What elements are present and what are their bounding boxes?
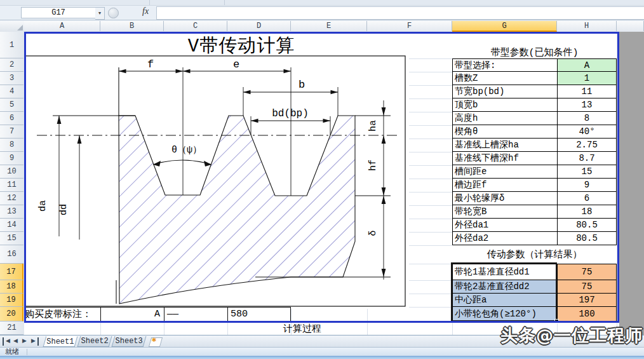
row-header-20[interactable]: 20 [0,307,23,322]
purchase-belt-type-cell[interactable]: A [100,307,164,322]
name-box[interactable]: G17 [21,7,96,18]
param-label-cell[interactable]: 顶宽b [452,98,557,112]
result-label-cell[interactable]: 中心距a [452,294,557,307]
result-value-cell[interactable]: 180 [557,307,617,322]
row-header-12[interactable]: 12 [0,192,23,205]
param-value-cell[interactable]: 9 [557,179,617,192]
insert-function-button[interactable] [108,8,119,18]
param-value-cell[interactable]: A [557,58,617,72]
param-value-cell[interactable]: 8.7 [557,152,617,165]
calc-process-note[interactable]: 计算过程 [283,323,372,335]
column-header-B[interactable]: B [100,21,164,31]
param-value-cell[interactable]: 8 [557,112,617,125]
row-header-11[interactable]: 11 [0,179,23,192]
purchase-length-cell[interactable]: 580 [227,307,291,322]
column-headers: ABCDEFGH [24,21,644,32]
tab-sheet2[interactable]: Sheet2 [77,336,112,347]
column-header-filler [617,21,644,31]
param-label-cell[interactable]: 槽数Z [452,72,557,85]
formula-input[interactable] [156,6,644,20]
param-value-cell[interactable]: 11 [557,85,617,98]
row-header-17[interactable]: 17 [0,264,23,280]
param-label-cell[interactable]: 带轮宽B [452,205,557,219]
row-header-16[interactable]: 16 [0,245,23,264]
result-table-header[interactable]: 传动参数（计算结果） [452,245,617,264]
result-value-cell[interactable]: 75 [557,280,617,294]
row-header-7[interactable]: 7 [0,125,23,139]
result-label-cell[interactable]: 小带轮包角(≥120°) [452,307,557,322]
row-header-13[interactable]: 13 [0,205,23,219]
row-header-2[interactable]: 2 [0,58,23,72]
param-value-cell[interactable]: 6 [557,192,617,205]
param-value-cell[interactable]: 80.5 [557,219,617,232]
chevron-down-icon: ▾ [98,10,101,16]
param-label-cell[interactable]: 节宽bp(bd) [452,85,557,98]
param-label-cell[interactable]: 槽边距f [452,179,557,192]
row-header-1[interactable]: 1 [0,32,23,58]
purchase-dash-cell[interactable]: —— [164,307,227,322]
row-header-9[interactable]: 9 [0,152,23,165]
next-sheet-icon[interactable]: ▶ [20,337,29,346]
param-label-cell[interactable]: 外径da2 [452,232,557,245]
column-header-E[interactable]: E [291,21,367,31]
param-label-cell[interactable]: 最小轮缘厚δ [452,192,557,205]
tab-sheet1[interactable]: Sheet1 [43,336,78,347]
formula-bar-row: G17 ▾ fx [0,6,644,20]
tab-sheet3[interactable]: Sheet3 [112,336,147,347]
row-header-19[interactable]: 19 [0,294,23,307]
param-label-cell[interactable]: 外径da1 [452,219,557,232]
row-header-18[interactable]: 18 [0,280,23,294]
ribbon-bottom-strip [0,0,644,6]
result-label-cell[interactable]: 带轮1基准直径dd1 [452,264,557,280]
column-header-H[interactable]: H [557,21,617,31]
param-label-cell[interactable]: 带型选择: [452,58,557,72]
row-header-3[interactable]: 3 [0,72,23,85]
row-header-8[interactable]: 8 [0,139,23,152]
row-header-10[interactable]: 10 [0,165,23,179]
row-header-14[interactable]: 14 [0,219,23,232]
column-header-F[interactable]: F [367,21,452,31]
param-table-header[interactable]: 带型参数(已知条件) [452,32,617,58]
row-header-6[interactable]: 6 [0,112,23,125]
result-label-cell[interactable]: 带轮2基准直径dd2 [452,280,557,294]
param-value-cell[interactable]: 15 [557,165,617,179]
ribbon-separator [224,0,225,5]
gridline-vertical [617,32,617,335]
param-label-cell[interactable]: 基准线上槽深ha [452,139,557,152]
dim-dd-label: dd [58,204,69,215]
insert-sheet-tab[interactable]: ✱ [149,337,163,347]
param-label-cell[interactable]: 基准线下槽深hf [452,152,557,165]
row-header-15[interactable]: 15 [0,232,23,245]
purchase-label-cell[interactable]: 购买皮带标注： [24,307,100,322]
param-value-cell[interactable]: 80.5 [557,232,617,245]
select-all-corner[interactable] [0,21,25,32]
param-value-cell[interactable]: 18 [557,205,617,219]
row-header-21[interactable]: 21 [0,322,23,335]
param-value-cell[interactable]: 40° [557,125,617,139]
dim-f-label: f [147,58,154,71]
param-value-cell[interactable]: 2.75 [557,139,617,152]
column-header-C[interactable]: C [164,21,227,31]
last-sheet-icon[interactable]: ▶ [29,337,39,346]
row-header-5[interactable]: 5 [0,98,23,112]
name-box-dropdown[interactable]: ▾ [95,7,105,20]
row-header-4[interactable]: 4 [0,85,23,98]
column-header-D[interactable]: D [227,21,291,31]
fx-icon[interactable]: fx [142,6,149,17]
param-label-cell[interactable]: 高度h [452,112,557,125]
prev-sheet-icon[interactable]: ◀ [11,337,20,346]
column-header-A[interactable]: A [24,21,100,31]
param-value-cell[interactable]: 1 [557,72,617,85]
dim-ha-label: ha [368,120,379,132]
fill-handle[interactable] [554,319,559,323]
param-label-cell[interactable]: 楔角θ [452,125,557,139]
status-separator [27,349,27,355]
dim-da-label: da [37,200,48,212]
param-label-cell[interactable]: 槽间距e [452,165,557,179]
column-header-G[interactable]: G [452,21,557,32]
result-value-cell[interactable]: 197 [557,294,617,307]
result-value-cell[interactable]: 75 [557,264,617,280]
first-sheet-icon[interactable]: ◀ [3,337,12,346]
sheet-grid[interactable]: V带传动计算 [24,32,644,335]
param-value-cell[interactable]: 13 [557,98,617,112]
